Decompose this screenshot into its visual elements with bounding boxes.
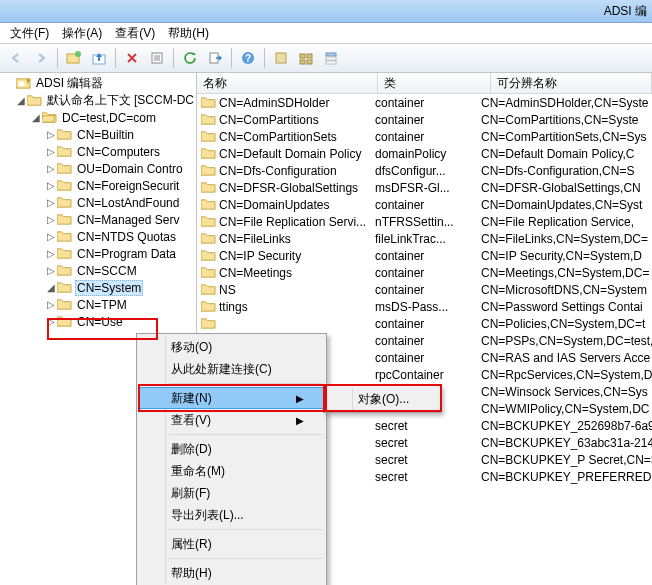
menu-help[interactable]: 帮助(H) <box>162 24 215 43</box>
row-class: container <box>369 283 475 297</box>
row-dn: CN=RpcServices,CN=System,D <box>475 368 652 382</box>
svg-rect-14 <box>307 60 312 64</box>
list-row[interactable]: CN=Default Domain PolicydomainPolicyCN=D… <box>197 145 652 162</box>
ctx-new-connection[interactable]: 从此处新建连接(C) <box>139 358 324 380</box>
list-row[interactable]: ttingsmsDS-Pass...CN=Password Settings C… <box>197 298 652 315</box>
row-dn: CN=ComPartitions,CN=Syste <box>475 113 652 127</box>
help-button[interactable]: ? <box>236 46 260 70</box>
folder-icon <box>201 113 216 126</box>
tree-item[interactable]: ▷CN=Computers <box>0 143 196 160</box>
row-class: nTFRSSettin... <box>369 215 475 229</box>
tree-dc[interactable]: ◢DC=test,DC=com <box>0 109 196 126</box>
tree-item[interactable]: ▷CN=LostAndFound <box>0 194 196 211</box>
refresh-button[interactable] <box>178 46 202 70</box>
folder-icon <box>201 300 216 313</box>
ctx-move[interactable]: 移动(O) <box>139 336 324 358</box>
row-dn: CN=IP Security,CN=System,D <box>475 249 652 263</box>
row-class: container <box>369 266 475 280</box>
ctx-object[interactable]: 对象(O)... <box>326 388 438 410</box>
menu-bar: 文件(F) 操作(A) 查看(V) 帮助(H) <box>0 23 652 44</box>
folder-icon <box>57 179 72 192</box>
view2-button[interactable] <box>294 46 318 70</box>
folder-icon <box>57 315 72 328</box>
context-menu[interactable]: 移动(O) 从此处新建连接(C) 新建(N)▶ 查看(V)▶ 删除(D) 重命名… <box>136 333 327 585</box>
list-row[interactable]: CN=DFSR-GlobalSettingsmsDFSR-Gl...CN=DFS… <box>197 179 652 196</box>
col-dn[interactable]: 可分辨名称 <box>491 73 652 93</box>
folder-icon <box>201 164 216 177</box>
svg-text:?: ? <box>245 53 251 64</box>
row-class: container <box>369 249 475 263</box>
tree-root[interactable]: ADSI 编辑器 <box>0 75 196 92</box>
row-dn: CN=WMIPolicy,CN=System,DC <box>475 402 652 416</box>
list-row[interactable]: CN=FileLinksfileLinkTrac...CN=FileLinks,… <box>197 230 652 247</box>
tree-item[interactable]: ▷CN=TPM <box>0 296 196 313</box>
ctx-delete[interactable]: 删除(D) <box>139 438 324 460</box>
open-folder-icon <box>42 111 57 124</box>
row-name: CN=ComPartitionSets <box>219 130 337 144</box>
menu-action[interactable]: 操作(A) <box>56 24 108 43</box>
folder-icon <box>201 198 216 211</box>
view1-button[interactable] <box>269 46 293 70</box>
list-row[interactable]: CN=DomainUpdatescontainerCN=DomainUpdate… <box>197 196 652 213</box>
tree-item[interactable]: ▷CN=Program Data <box>0 245 196 262</box>
row-class: msDS-Pass... <box>369 300 475 314</box>
menu-view[interactable]: 查看(V) <box>109 24 161 43</box>
row-class: secret <box>369 453 475 467</box>
tree-item[interactable]: ▷CN=Builtin <box>0 126 196 143</box>
row-class: secret <box>369 470 475 484</box>
list-row[interactable]: CN=IP SecuritycontainerCN=IP Security,CN… <box>197 247 652 264</box>
folder-icon <box>57 145 72 158</box>
tree-item[interactable]: ▷CN=SCCM <box>0 262 196 279</box>
list-row[interactable]: CN=Dfs-ConfigurationdfsConfigur...CN=Dfs… <box>197 162 652 179</box>
forward-button[interactable] <box>29 46 53 70</box>
tree-item[interactable]: ▷OU=Domain Contro <box>0 160 196 177</box>
folder-icon <box>27 94 42 107</box>
back-button[interactable] <box>4 46 28 70</box>
adsi-icon <box>16 77 31 90</box>
ctx-properties[interactable]: 属性(R) <box>139 533 324 555</box>
row-dn: CN=BCKUPKEY_63abc31a-2142 <box>475 436 652 450</box>
properties-button[interactable] <box>145 46 169 70</box>
list-row[interactable]: CN=ComPartitionSetscontainerCN=ComPartit… <box>197 128 652 145</box>
list-row[interactable]: CN=ComPartitionscontainerCN=ComPartition… <box>197 111 652 128</box>
row-dn: CN=FileLinks,CN=System,DC= <box>475 232 652 246</box>
ctx-new[interactable]: 新建(N)▶ <box>139 387 324 409</box>
list-row[interactable]: CN=MeetingscontainerCN=Meetings,CN=Syste… <box>197 264 652 281</box>
tree-item[interactable]: ▷CN=Use <box>0 313 196 330</box>
tree-item[interactable]: ◢CN=System <box>0 279 196 296</box>
ctx-rename[interactable]: 重命名(M) <box>139 460 324 482</box>
svg-rect-11 <box>300 54 305 58</box>
ctx-export[interactable]: 导出列表(L)... <box>139 504 324 526</box>
list-row[interactable]: containerCN=Policies,CN=System,DC=t <box>197 315 652 332</box>
tree-item[interactable]: ▷CN=Managed Serv <box>0 211 196 228</box>
list-row[interactable]: NScontainerCN=MicrosoftDNS,CN=System <box>197 281 652 298</box>
list-row[interactable]: CN=File Replication Servi...nTFRSSettin.… <box>197 213 652 230</box>
delete-button[interactable] <box>120 46 144 70</box>
row-name: CN=IP Security <box>219 249 301 263</box>
row-dn: CN=DFSR-GlobalSettings,CN <box>475 181 652 195</box>
view3-button[interactable] <box>319 46 343 70</box>
new-container-button[interactable] <box>62 46 86 70</box>
row-dn: CN=Dfs-Configuration,CN=S <box>475 164 652 178</box>
folder-icon <box>201 215 216 228</box>
export-button[interactable] <box>203 46 227 70</box>
context-submenu[interactable]: 对象(O)... <box>323 385 441 413</box>
ctx-refresh[interactable]: 刷新(F) <box>139 482 324 504</box>
tree-item[interactable]: ▷CN=ForeignSecurit <box>0 177 196 194</box>
tree-item[interactable]: ▷CN=NTDS Quotas <box>0 228 196 245</box>
row-class: container <box>369 351 475 365</box>
row-class: secret <box>369 419 475 433</box>
toolbar: ? <box>0 44 652 73</box>
up-level-button[interactable] <box>87 46 111 70</box>
row-dn: CN=ComPartitionSets,CN=Sys <box>475 130 652 144</box>
tree-naming-context[interactable]: ◢默认命名上下文 [SCCM-DC <box>0 92 196 109</box>
folder-icon <box>57 247 72 260</box>
row-class: container <box>369 113 475 127</box>
ctx-help[interactable]: 帮助(H) <box>139 562 324 584</box>
col-name[interactable]: 名称 <box>197 73 378 93</box>
list-row[interactable]: CN=AdminSDHoldercontainerCN=AdminSDHolde… <box>197 94 652 111</box>
menu-file[interactable]: 文件(F) <box>4 24 55 43</box>
ctx-view[interactable]: 查看(V)▶ <box>139 409 324 431</box>
list-header[interactable]: 名称 类 可分辨名称 <box>197 73 652 94</box>
col-class[interactable]: 类 <box>378 73 491 93</box>
